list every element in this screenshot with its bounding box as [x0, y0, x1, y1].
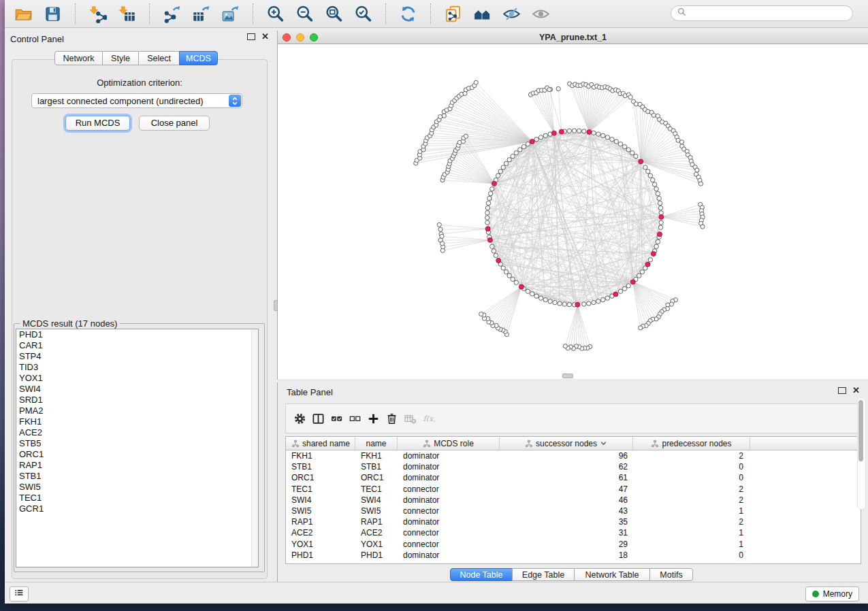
table-cell[interactable]: 1 [633, 528, 750, 538]
table-cell[interactable]: 43 [500, 506, 633, 516]
table-cell[interactable]: 2 [633, 451, 750, 461]
memory-button[interactable]: Memory [805, 587, 859, 601]
zoom-out-icon[interactable] [295, 5, 314, 23]
table-cell[interactable]: connector [398, 528, 500, 538]
table-cell[interactable]: 2 [633, 517, 750, 527]
mcds-result-item[interactable]: CAR1 [16, 340, 258, 351]
table-row[interactable]: RAP1RAP1dominator352 [286, 516, 861, 527]
tab-network[interactable]: Network [54, 51, 103, 65]
export-table-icon[interactable] [192, 5, 210, 23]
table-cell[interactable]: connector [398, 540, 500, 549]
table-cell[interactable]: YOX1 [286, 540, 355, 549]
mcds-result-item[interactable]: ACE2 [16, 427, 258, 438]
table-row[interactable]: SWI4SWI4dominator462 [286, 495, 861, 506]
select-all-icon[interactable] [330, 412, 343, 425]
table-cell[interactable]: dominator [398, 451, 500, 461]
table-cell[interactable]: STB1 [355, 462, 398, 472]
close-panel-button[interactable]: Close panel [139, 116, 210, 131]
table-row[interactable]: STB1STB1dominator620 [286, 461, 861, 472]
table-cell[interactable]: 29 [500, 540, 633, 549]
table-row[interactable]: FKH1FKH1dominator962 [286, 450, 861, 461]
first-neighbors-icon[interactable] [473, 5, 492, 23]
export-image-icon[interactable] [221, 5, 240, 23]
table-cell[interactable]: dominator [398, 550, 500, 560]
horizontal-splitter-handle[interactable] [562, 374, 573, 378]
network-window-titlebar[interactable]: YPA_prune.txt_1 [278, 31, 868, 44]
table-cell[interactable]: dominator [398, 517, 500, 527]
search-input[interactable] [690, 7, 847, 20]
column-header-shared-name[interactable]: shared name [286, 437, 355, 450]
table-cell[interactable]: PHD1 [286, 550, 355, 560]
save-icon[interactable] [44, 5, 62, 23]
delete-column-icon[interactable] [385, 412, 398, 425]
mcds-result-item[interactable]: ORC1 [16, 449, 258, 460]
tab-node-table[interactable]: Node Table [450, 568, 513, 581]
table-cell[interactable]: 0 [633, 462, 750, 472]
table-cell[interactable]: dominator [398, 495, 500, 505]
network-canvas[interactable] [278, 44, 868, 379]
column-header-predecessor-nodes[interactable]: predecessor nodes [633, 437, 750, 450]
table-scrollbar[interactable] [857, 397, 866, 510]
column-header-successor-nodes[interactable]: successor nodes [500, 437, 633, 450]
zoom-in-icon[interactable] [266, 5, 285, 23]
task-history-button[interactable] [10, 587, 29, 601]
table-cell[interactable]: connector [398, 484, 500, 494]
mcds-result-item[interactable]: STB1 [16, 471, 258, 482]
tab-style[interactable]: Style [102, 51, 139, 65]
float-table-panel-icon[interactable] [838, 387, 846, 394]
table-cell[interactable]: 18 [500, 550, 633, 560]
mcds-result-item[interactable]: SWI5 [16, 482, 258, 493]
search-box[interactable] [671, 5, 853, 21]
mcds-result-item[interactable]: SRD1 [16, 395, 258, 406]
table-cell[interactable]: TEC1 [355, 484, 398, 494]
table-row[interactable]: PHD1PHD1dominator180 [286, 550, 861, 561]
table-cell[interactable]: 1 [633, 540, 750, 549]
table-cell[interactable]: SWI4 [286, 495, 355, 505]
mcds-result-item[interactable]: TID3 [16, 362, 258, 373]
table-cell[interactable]: YOX1 [355, 540, 398, 549]
column-header-MCDS-role[interactable]: MCDS role [398, 437, 500, 450]
mcds-result-item[interactable]: PMA2 [16, 406, 258, 416]
mcds-list-scrollbar[interactable] [251, 329, 258, 567]
table-cell[interactable]: dominator [398, 462, 500, 472]
add-column-icon[interactable] [367, 412, 380, 425]
table-cell[interactable]: dominator [398, 473, 500, 482]
column-header-name[interactable]: name [355, 437, 398, 450]
table-cell[interactable]: PHD1 [355, 550, 398, 560]
table-scrollbar-thumb[interactable] [858, 400, 863, 461]
zoom-selected-icon[interactable] [354, 5, 372, 23]
table-cell[interactable]: STB1 [286, 462, 355, 472]
table-cell[interactable]: ORC1 [286, 473, 355, 482]
zoom-fit-icon[interactable] [325, 5, 343, 23]
close-panel-icon[interactable]: ✕ [261, 33, 269, 40]
network-graph[interactable] [278, 44, 868, 379]
table-cell[interactable]: 2 [633, 484, 750, 494]
table-cell[interactable]: 31 [500, 528, 633, 538]
table-cell[interactable]: SWI5 [355, 506, 398, 516]
table-cell[interactable]: FKH1 [286, 451, 355, 461]
tab-network-table[interactable]: Network Table [574, 568, 650, 581]
mcds-result-item[interactable]: STP4 [16, 351, 258, 362]
table-cell[interactable]: 62 [500, 462, 633, 472]
table-cell[interactable]: 0 [633, 473, 750, 482]
table-row[interactable]: TEC1TEC1connector472 [286, 484, 861, 495]
mcds-result-item[interactable]: SWI4 [16, 384, 258, 395]
table-cell[interactable]: 46 [500, 495, 633, 505]
settings-icon[interactable] [293, 412, 306, 425]
mcds-result-item[interactable]: FKH1 [16, 416, 258, 427]
tab-select[interactable]: Select [138, 51, 180, 65]
export-network-icon[interactable] [163, 5, 181, 23]
hide-selected-icon[interactable] [502, 5, 521, 23]
table-cell[interactable]: 2 [633, 495, 750, 505]
import-table-icon[interactable] [118, 5, 136, 23]
table-cell[interactable]: TEC1 [286, 484, 355, 494]
open-icon[interactable] [14, 5, 33, 23]
new-network-from-selection-icon[interactable] [444, 5, 462, 23]
tab-mcds[interactable]: MCDS [179, 51, 218, 65]
split-view-icon[interactable] [312, 412, 325, 425]
mcds-result-item[interactable]: YOX1 [16, 373, 258, 384]
table-row[interactable]: SWI5SWI5connector431 [286, 506, 861, 516]
table-cell[interactable]: SWI5 [286, 506, 355, 516]
table-cell[interactable]: ORC1 [355, 473, 398, 482]
deselect-all-icon[interactable] [349, 412, 361, 425]
